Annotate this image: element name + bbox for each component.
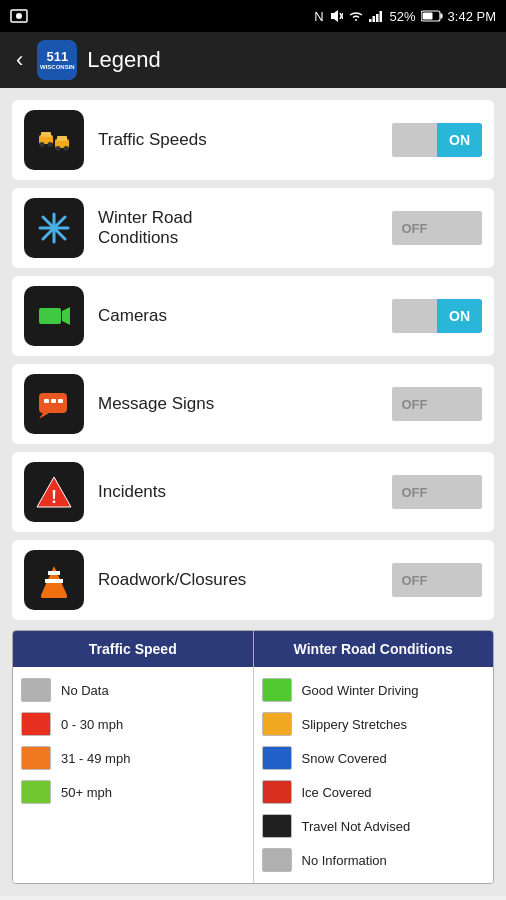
slippery-color bbox=[262, 712, 292, 736]
toggle-row-message-signs: Message Signs OFF bbox=[12, 364, 494, 444]
message-signs-label: Message Signs bbox=[98, 394, 378, 414]
incidents-icon: ! bbox=[24, 462, 84, 522]
message-signs-icon bbox=[24, 374, 84, 434]
traffic-speed-header: Traffic Speed bbox=[13, 631, 254, 667]
back-button[interactable]: ‹ bbox=[12, 43, 27, 77]
svg-point-15 bbox=[48, 142, 53, 147]
app-logo: 511 WISCONSIN bbox=[37, 40, 77, 80]
battery-text: 52% bbox=[390, 9, 416, 24]
toggle-row-winter-road: Winter Road Conditions OFF bbox=[12, 188, 494, 268]
svg-rect-5 bbox=[369, 19, 372, 22]
slippery-label: Slippery Stretches bbox=[302, 717, 408, 732]
svg-rect-8 bbox=[379, 11, 382, 22]
0-30-label: 0 - 30 mph bbox=[61, 717, 123, 732]
snow-covered-label: Snow Covered bbox=[302, 751, 387, 766]
good-winter-label: Good Winter Driving bbox=[302, 683, 419, 698]
toggle-row-cameras: Cameras ON bbox=[12, 276, 494, 356]
incidents-toggle[interactable]: OFF bbox=[392, 475, 482, 509]
50plus-color bbox=[21, 780, 51, 804]
svg-point-1 bbox=[16, 13, 22, 19]
legend-header-row: Traffic Speed Winter Road Conditions bbox=[13, 631, 493, 667]
svg-text:!: ! bbox=[51, 487, 57, 507]
camera-video-icon bbox=[35, 297, 73, 335]
legend-item-ice-covered: Ice Covered bbox=[262, 775, 486, 809]
legend-item-31-49: 31 - 49 mph bbox=[21, 741, 245, 775]
svg-rect-37 bbox=[41, 595, 67, 598]
legend-item-no-data: No Data bbox=[21, 673, 245, 707]
winter-road-header: Winter Road Conditions bbox=[254, 631, 494, 667]
legend-item-snow-covered: Snow Covered bbox=[262, 741, 486, 775]
no-info-color bbox=[262, 848, 292, 872]
legend-table: Traffic Speed Winter Road Conditions No … bbox=[12, 630, 494, 884]
svg-rect-28 bbox=[44, 399, 49, 403]
traffic-speed-col: No Data 0 - 30 mph 31 - 49 mph 50+ mph bbox=[13, 667, 254, 883]
legend-item-0-30: 0 - 30 mph bbox=[21, 707, 245, 741]
svg-rect-35 bbox=[45, 579, 63, 583]
svg-rect-25 bbox=[39, 308, 61, 324]
svg-point-19 bbox=[64, 146, 69, 151]
svg-point-24 bbox=[51, 225, 57, 231]
page-title: Legend bbox=[87, 47, 160, 73]
toggle-row-incidents: ! Incidents OFF bbox=[12, 452, 494, 532]
no-data-label: No Data bbox=[61, 683, 109, 698]
winter-road-label: Winter Road Conditions bbox=[98, 208, 378, 248]
traffic-speeds-icon bbox=[24, 110, 84, 170]
main-content: Traffic Speeds ON Winter Road Conditions bbox=[0, 88, 506, 896]
svg-rect-30 bbox=[58, 399, 63, 403]
svg-point-18 bbox=[56, 146, 61, 151]
roadwork-label: Roadwork/Closures bbox=[98, 570, 378, 590]
traffic-speeds-label: Traffic Speeds bbox=[98, 130, 378, 150]
message-signs-toggle[interactable]: OFF bbox=[392, 387, 482, 421]
legend-item-no-info: No Information bbox=[262, 843, 486, 877]
svg-rect-29 bbox=[51, 399, 56, 403]
time-display: 3:42 PM bbox=[448, 9, 496, 24]
legend-item-good-winter: Good Winter Driving bbox=[262, 673, 486, 707]
cameras-icon bbox=[24, 286, 84, 346]
status-bar: N 52% 3:42 PM bbox=[0, 0, 506, 32]
cameras-toggle[interactable]: ON bbox=[392, 299, 482, 333]
31-49-color bbox=[21, 746, 51, 770]
toggle-row-traffic-speeds: Traffic Speeds ON bbox=[12, 100, 494, 180]
no-data-color bbox=[21, 678, 51, 702]
legend-body: No Data 0 - 30 mph 31 - 49 mph 50+ mph bbox=[13, 667, 493, 883]
message-bubble-icon bbox=[35, 385, 73, 423]
legend-item-50plus: 50+ mph bbox=[21, 775, 245, 809]
winter-road-toggle[interactable]: OFF bbox=[392, 211, 482, 245]
svg-rect-36 bbox=[48, 571, 60, 575]
warning-triangle-icon: ! bbox=[35, 473, 73, 511]
roadwork-toggle[interactable]: OFF bbox=[392, 563, 482, 597]
mute-icon bbox=[329, 9, 343, 23]
wifi-icon bbox=[348, 10, 364, 22]
screenshot-icon bbox=[10, 9, 28, 23]
svg-rect-11 bbox=[422, 13, 432, 20]
nfc-icon: N bbox=[314, 9, 323, 24]
travel-not-advised-label: Travel Not Advised bbox=[302, 819, 411, 834]
snowflake-icon bbox=[35, 209, 73, 247]
travel-not-advised-color bbox=[262, 814, 292, 838]
ice-covered-color bbox=[262, 780, 292, 804]
0-30-color bbox=[21, 712, 51, 736]
50plus-label: 50+ mph bbox=[61, 785, 112, 800]
svg-rect-10 bbox=[440, 14, 442, 19]
svg-rect-17 bbox=[57, 136, 67, 141]
svg-marker-26 bbox=[62, 307, 70, 325]
cameras-label: Cameras bbox=[98, 306, 378, 326]
no-info-label: No Information bbox=[302, 853, 387, 868]
svg-point-14 bbox=[40, 142, 45, 147]
incidents-label: Incidents bbox=[98, 482, 378, 502]
cars-icon bbox=[35, 121, 73, 159]
traffic-speeds-toggle[interactable]: ON bbox=[392, 123, 482, 157]
status-bar-left bbox=[10, 9, 28, 23]
svg-rect-13 bbox=[41, 132, 51, 137]
good-winter-color bbox=[262, 678, 292, 702]
app-header: ‹ 511 WISCONSIN Legend bbox=[0, 32, 506, 88]
battery-icon bbox=[421, 10, 443, 22]
signal-icon bbox=[369, 10, 385, 22]
toggle-row-roadwork: Roadwork/Closures OFF bbox=[12, 540, 494, 620]
winter-road-col: Good Winter Driving Slippery Stretches S… bbox=[254, 667, 494, 883]
winter-road-icon bbox=[24, 198, 84, 258]
ice-covered-label: Ice Covered bbox=[302, 785, 372, 800]
status-bar-right: N 52% 3:42 PM bbox=[314, 9, 496, 24]
svg-rect-6 bbox=[372, 16, 375, 22]
roadwork-icon bbox=[24, 550, 84, 610]
